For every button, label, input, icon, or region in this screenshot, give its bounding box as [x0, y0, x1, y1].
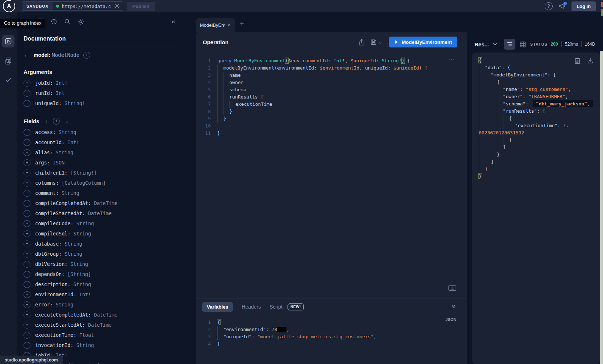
add-field-plus-icon[interactable]: +	[24, 332, 30, 339]
response-caret-icon[interactable]	[493, 43, 497, 46]
code-line[interactable]: }	[472, 166, 600, 173]
code-line[interactable]: 2"environmentId": 78,	[196, 326, 467, 333]
collapse-variables-icon[interactable]	[451, 304, 456, 309]
publish-button[interactable]: Publish	[127, 2, 155, 11]
run-operation-button[interactable]: ModelByEnvironment	[389, 37, 457, 47]
field-row[interactable]: +dependsOn:[String]	[24, 269, 186, 279]
editor-menu-ellipsis-icon[interactable]: ⋯	[449, 56, 455, 62]
add-field-plus-icon[interactable]: +	[24, 149, 30, 156]
add-field-plus-icon[interactable]: +	[24, 220, 30, 227]
new-tab-icon[interactable]: +	[240, 20, 244, 28]
code-line[interactable]: 1{	[196, 319, 467, 326]
field-row[interactable]: +runId:Int	[24, 88, 186, 98]
add-field-plus-icon[interactable]: +	[24, 129, 30, 136]
code-line[interactable]: }	[472, 137, 600, 144]
add-field-plus-icon[interactable]: +	[24, 210, 30, 217]
code-line[interactable]: }	[472, 173, 600, 180]
field-row[interactable]: +args:JSON	[24, 158, 186, 168]
share-icon[interactable]	[359, 39, 365, 46]
field-type[interactable]: String	[74, 231, 91, 237]
field-row[interactable]: +alias:String	[24, 147, 186, 158]
endpoint-url[interactable]: https://metadata.cloud.get	[62, 4, 111, 9]
back-arrow-icon[interactable]: ←	[24, 51, 30, 59]
schema-pages-icon[interactable]	[5, 57, 12, 65]
add-field-plus-icon[interactable]: +	[24, 80, 30, 87]
code-line[interactable]: 8}	[196, 108, 467, 115]
code-line[interactable]: "schema": “dbt_mary_jackson”,	[472, 100, 600, 108]
add-field-plus-icon[interactable]: +	[24, 170, 30, 176]
field-type[interactable]: String	[74, 281, 91, 287]
checklist-icon[interactable]	[5, 77, 12, 83]
field-row[interactable]: +environmentId:Int!	[24, 289, 186, 300]
code-line[interactable]: "runResults": [	[472, 108, 600, 115]
field-type[interactable]: DateTime	[88, 210, 112, 216]
field-type[interactable]: JSON	[53, 160, 65, 166]
code-line[interactable]: "data": {	[472, 64, 600, 71]
add-field-plus-icon[interactable]: +	[24, 271, 30, 278]
settings-gear-icon[interactable]	[77, 18, 84, 25]
operation-tab[interactable]: ModelByEnvi... ✕	[196, 18, 235, 32]
add-field-plus-icon[interactable]: +	[24, 200, 30, 207]
save-icon[interactable]	[370, 39, 377, 45]
explorer-nav-icon[interactable]	[2, 35, 14, 47]
code-line[interactable]: 11}	[196, 130, 467, 137]
code-line[interactable]: 10	[196, 122, 467, 130]
code-line[interactable]: 3name	[196, 72, 467, 79]
field-type[interactable]: Int!	[56, 80, 68, 86]
sort-fields-icon[interactable]: ↓	[45, 118, 48, 124]
add-field-plus-icon[interactable]: +	[24, 342, 30, 349]
code-line[interactable]: 4owner	[196, 79, 467, 86]
announcements-megaphone-icon[interactable]	[558, 3, 566, 9]
add-field-plus-icon[interactable]: +	[24, 251, 30, 258]
field-type[interactable]: [String!]	[70, 170, 97, 176]
add-field-plus-icon[interactable]: +	[24, 311, 30, 318]
variables-editor[interactable]: 1{2"environmentId": 78,3"uniqueId": "mod…	[196, 319, 467, 348]
add-field-plus-icon[interactable]: +	[24, 291, 30, 298]
window-edge-scrollbar[interactable]	[600, 51, 603, 364]
apollo-logo-icon[interactable]: A	[3, 0, 15, 12]
field-row[interactable]: +uniqueId:String!	[24, 98, 186, 108]
download-response-icon[interactable]	[587, 58, 593, 64]
save-caret-icon[interactable]: ⌄	[378, 39, 382, 45]
field-type[interactable]: Int	[56, 90, 64, 96]
code-line[interactable]: 3"uniqueId": "model.jaffle_shop_metrics.…	[196, 333, 467, 340]
add-field-plus-icon[interactable]: +	[24, 281, 30, 288]
field-row[interactable]: +executeCompletedAt:DateTime	[24, 310, 186, 320]
add-field-plus-icon[interactable]: +	[24, 190, 30, 197]
field-row[interactable]: +jobId:Int!	[24, 78, 186, 88]
code-line[interactable]: ]	[472, 158, 600, 166]
add-field-plus-icon[interactable]: +	[24, 230, 30, 237]
field-row[interactable]: +compileCompletedAt:DateTime	[24, 198, 186, 208]
tab-headers[interactable]: Headers	[242, 304, 261, 310]
field-row[interactable]: +error:String	[24, 300, 186, 310]
field-type[interactable]: String	[64, 241, 82, 247]
add-field-plus-icon[interactable]: +	[24, 139, 30, 146]
code-line[interactable]: 6runResults {	[196, 93, 467, 101]
field-type[interactable]: String	[88, 363, 106, 364]
copy-response-icon[interactable]	[575, 58, 580, 64]
add-field-plus-icon[interactable]: +	[83, 52, 90, 59]
tab-close-icon[interactable]: ✕	[227, 22, 231, 28]
field-type[interactable]: String	[64, 251, 82, 257]
field-row[interactable]: +executionTime:Float	[24, 330, 186, 340]
field-type[interactable]: String	[76, 221, 94, 226]
field-type[interactable]: [CatalogColumn]	[62, 180, 106, 186]
endpoint-url-box[interactable]: https://metadata.cloud.get	[53, 2, 123, 11]
field-row[interactable]: +description:String	[24, 279, 186, 289]
code-line[interactable]: 5schema	[196, 86, 467, 93]
code-line[interactable]: 9}	[196, 115, 467, 122]
add-field-plus-icon[interactable]: +	[24, 100, 30, 107]
field-type[interactable]: String	[59, 129, 76, 135]
code-line[interactable]: "modelByEnvironment": [	[472, 71, 600, 79]
field-type[interactable]: String	[70, 261, 88, 267]
field-row[interactable]: +invocationId:String	[24, 340, 186, 350]
add-field-plus-icon[interactable]: +	[24, 261, 30, 268]
field-type[interactable]: DateTime	[94, 200, 117, 206]
login-button[interactable]: Log in	[571, 1, 596, 11]
code-line[interactable]: }	[472, 151, 600, 158]
field-type[interactable]: Int!	[67, 139, 79, 145]
field-type[interactable]: DateTime	[88, 322, 112, 328]
operation-editor[interactable]: 1query ModelByEnvironment($environmentId…	[196, 52, 467, 137]
field-type[interactable]: String	[62, 190, 79, 196]
response-format-list-icon[interactable]	[504, 39, 515, 50]
